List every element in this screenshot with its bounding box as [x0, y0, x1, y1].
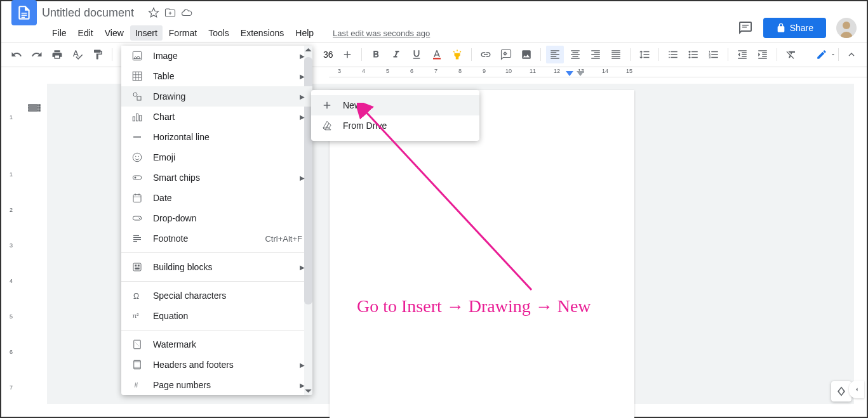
align-center-button[interactable]: [566, 46, 584, 63]
menu-tools[interactable]: Tools: [203, 25, 234, 41]
svg-point-9: [688, 56, 690, 58]
svg-text:#: #: [135, 381, 138, 389]
undo-button[interactable]: [8, 46, 25, 63]
move-icon[interactable]: [164, 7, 176, 18]
add-comment-button[interactable]: [497, 46, 515, 63]
horizontal-ruler[interactable]: 3 4 5 6 7 8 9 10 11 12 13 14 15: [329, 67, 867, 77]
svg-point-23: [138, 156, 140, 157]
spellcheck-button[interactable]: [69, 46, 86, 63]
bold-button[interactable]: [367, 46, 385, 63]
bullet-list-button[interactable]: [684, 46, 702, 63]
insert-watermark[interactable]: Watermark: [121, 334, 312, 355]
checklist-button[interactable]: [664, 46, 682, 63]
right-indent-marker[interactable]: [566, 71, 573, 76]
font-size-display[interactable]: 36: [321, 49, 336, 60]
italic-button[interactable]: [387, 46, 405, 63]
insert-dropdown[interactable]: Drop-down: [121, 208, 312, 228]
svg-text:π²: π²: [133, 312, 140, 319]
align-justify-button[interactable]: [607, 46, 625, 63]
share-label: Share: [790, 23, 813, 33]
font-size-plus[interactable]: [338, 46, 356, 63]
drawing-new[interactable]: New: [311, 95, 479, 115]
title-bar: Untitled document: [1, 1, 867, 24]
drawing-from-drive[interactable]: From Drive: [311, 115, 479, 136]
svg-rect-37: [138, 265, 140, 266]
insert-page-numbers[interactable]: # Page numbers▶: [121, 375, 312, 395]
cloud-icon[interactable]: [181, 7, 192, 18]
insert-special-characters[interactable]: Ω Special characters: [121, 285, 312, 306]
svg-line-42: [135, 343, 139, 346]
increase-indent-button[interactable]: [754, 46, 771, 63]
submenu-arrow-icon: ▶: [300, 174, 305, 181]
insert-drawing[interactable]: Drawing▶: [121, 86, 312, 107]
insert-emoji[interactable]: Emoji: [121, 147, 312, 167]
annotation-text: Go to Insert → Drawing → New: [357, 296, 591, 317]
insert-image[interactable]: Image▶: [121, 46, 312, 66]
insert-table[interactable]: Table▶: [121, 66, 312, 86]
svg-point-22: [135, 156, 137, 157]
text-color-button[interactable]: [428, 46, 446, 63]
svg-rect-6: [433, 58, 441, 59]
svg-rect-35: [133, 263, 141, 271]
menu-extensions[interactable]: Extensions: [236, 25, 289, 41]
numbered-list-button[interactable]: [705, 46, 723, 63]
menu-format[interactable]: Format: [164, 25, 202, 41]
menu-edit[interactable]: Edit: [73, 25, 98, 41]
star-icon[interactable]: [148, 7, 159, 18]
svg-rect-1: [22, 15, 27, 16]
toolbar-expand-button[interactable]: [843, 46, 860, 63]
insert-image-button[interactable]: [517, 46, 535, 63]
decrease-indent-button[interactable]: [733, 46, 751, 63]
docs-app-icon[interactable]: [11, 0, 37, 25]
highlight-button[interactable]: [448, 46, 466, 63]
svg-rect-10: [133, 72, 142, 81]
svg-rect-2: [22, 17, 25, 18]
share-button[interactable]: Share: [763, 18, 826, 38]
insert-link-button[interactable]: [477, 46, 495, 63]
menu-view[interactable]: View: [100, 25, 129, 41]
comments-icon[interactable]: [738, 20, 753, 36]
svg-rect-3: [742, 25, 749, 26]
svg-rect-19: [140, 115, 142, 121]
svg-rect-16: [137, 96, 141, 100]
insert-footnote[interactable]: FootnoteCtrl+Alt+F: [121, 228, 312, 249]
insert-date[interactable]: Date: [121, 188, 312, 208]
paint-format-button[interactable]: [89, 46, 107, 63]
insert-equation[interactable]: π² Equation: [121, 306, 312, 326]
svg-rect-4: [742, 27, 747, 28]
align-left-button[interactable]: [546, 46, 564, 63]
svg-rect-45: [134, 367, 141, 369]
submenu-arrow-icon: ▶: [300, 362, 305, 369]
user-avatar[interactable]: [836, 18, 857, 38]
svg-rect-38: [135, 268, 140, 270]
drawing-submenu: New From Drive: [311, 90, 479, 141]
insert-chart[interactable]: Chart▶: [121, 107, 312, 127]
svg-point-7: [688, 51, 690, 53]
submenu-arrow-icon: ▶: [300, 382, 305, 389]
print-button[interactable]: [48, 46, 66, 63]
last-edit-link[interactable]: Last edit was seconds ago: [333, 29, 430, 38]
svg-point-15: [133, 93, 137, 96]
svg-rect-26: [133, 195, 141, 202]
outline-toggle-icon[interactable]: [27, 100, 42, 115]
insert-menu-dropdown: Image▶ Table▶ Drawing▶ Chart▶ Horizontal…: [121, 46, 312, 395]
line-spacing-button[interactable]: [636, 46, 653, 63]
underline-button[interactable]: [408, 46, 425, 63]
svg-text:Ω: Ω: [133, 292, 139, 301]
align-right-button[interactable]: [587, 46, 604, 63]
document-title[interactable]: Untitled document: [42, 6, 134, 20]
insert-smart-chips[interactable]: Smart chips▶: [121, 167, 312, 188]
indent-marker[interactable]: [577, 71, 584, 76]
insert-headers-footers[interactable]: Headers and footers▶: [121, 355, 312, 375]
menu-insert[interactable]: Insert: [130, 25, 163, 41]
editing-mode-button[interactable]: [816, 49, 836, 60]
side-panel-toggle[interactable]: [849, 381, 864, 398]
menu-help[interactable]: Help: [290, 25, 319, 41]
menu-file[interactable]: File: [47, 25, 72, 41]
insert-building-blocks[interactable]: Building blocks▶: [121, 257, 312, 277]
vertical-ruler[interactable]: 1 1 2 3 4 5 6 7: [8, 88, 18, 405]
insert-horizontal-line[interactable]: Horizontal line: [121, 127, 312, 147]
clear-formatting-button[interactable]: [782, 46, 800, 63]
redo-button[interactable]: [28, 46, 46, 63]
svg-point-21: [133, 153, 142, 162]
